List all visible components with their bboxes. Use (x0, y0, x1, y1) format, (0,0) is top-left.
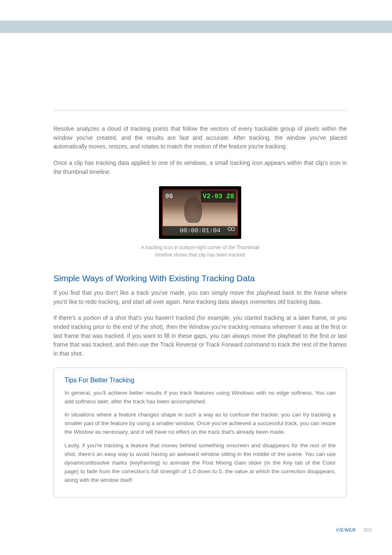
thumbnail-clip-label: V2-03 28 (201, 191, 236, 203)
tip-box: Tips For Better Tracking In general, you… (53, 368, 347, 497)
thumbnail-image: 06 V2-03 28 00:00:01:04 (162, 189, 238, 236)
body-paragraph: If you find that you don't like a track … (53, 289, 347, 306)
tip-box-title: Tips For Better Tracking (65, 375, 336, 386)
body-paragraph: If there's a portion of a shot that's yo… (53, 314, 347, 358)
tip-paragraph: In general, you'll achieve better result… (65, 389, 336, 406)
tip-paragraph: Lastly, if you're tracking a feature tha… (65, 442, 336, 485)
body-paragraph: Once a clip has tracking data applied to… (53, 159, 347, 176)
thumbnail-index: 06 (165, 192, 173, 202)
section-heading: Simple Ways of Working With Existing Tra… (53, 272, 347, 285)
tracking-icon (228, 226, 236, 235)
svg-point-0 (228, 227, 231, 231)
footer-page-number: 302 (364, 527, 372, 532)
content-area: Resolve analyzes a cloud of tracking poi… (53, 110, 347, 497)
divider (53, 110, 347, 111)
thumbnail-figure: 06 V2-03 28 00:00:01:04 (159, 186, 241, 239)
body-paragraph: Resolve analyzes a cloud of tracking poi… (53, 125, 347, 151)
thumbnail-timecode-bar: 00:00:01:04 (163, 226, 238, 235)
figure-caption: A tracking icon in bottom-right corner o… (114, 244, 286, 259)
header-bar (0, 21, 392, 33)
thumbnail-timecode: 00:00:01:04 (180, 227, 220, 234)
page: Resolve analyzes a cloud of tracking poi… (0, 0, 392, 555)
figure-caption-line: A tracking icon in bottom-right corner o… (141, 245, 259, 250)
thumbnail-subject (184, 197, 202, 223)
tip-paragraph: In situations where a feature changes sh… (65, 411, 336, 437)
figure-caption-line: timeline shows that clip has been tracke… (155, 252, 245, 258)
page-footer: VIEWER 302 (336, 527, 372, 534)
svg-point-1 (231, 227, 235, 231)
footer-section-label: VIEWER (336, 527, 356, 532)
